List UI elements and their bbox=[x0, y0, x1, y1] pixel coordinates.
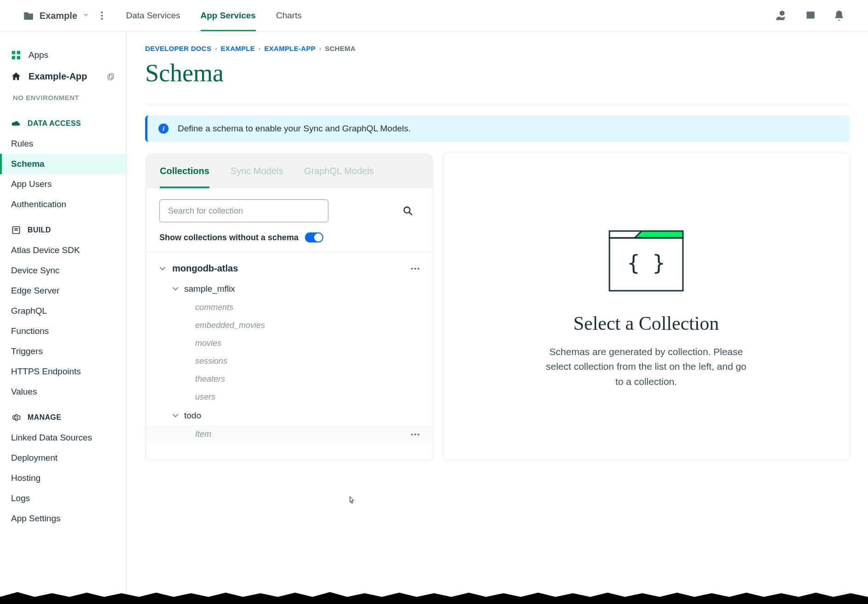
empty-state-text: Schemas are generated by collection. Ple… bbox=[545, 344, 747, 389]
cluster-name: mongodb-atlas bbox=[172, 263, 238, 274]
breadcrumb-developer-docs[interactable]: DEVELOPER DOCS bbox=[145, 45, 211, 52]
chevron-down-icon bbox=[172, 286, 179, 292]
collection-tree: mongodb-atlas sample_mflix comments embe… bbox=[146, 252, 433, 449]
sidebar-apps-label: Apps bbox=[28, 50, 48, 60]
tree-coll-sessions[interactable]: sessions bbox=[146, 352, 433, 370]
chevron-down-icon bbox=[172, 412, 179, 419]
sidebar-apps[interactable]: Apps bbox=[0, 45, 126, 66]
project-name: Example bbox=[39, 11, 77, 21]
svg-rect-8 bbox=[14, 230, 18, 231]
sidebar-item-triggers[interactable]: Triggers bbox=[0, 341, 126, 361]
breadcrumb-current: SCHEMA bbox=[325, 45, 355, 52]
topbar: Example Data Services App Services Chart… bbox=[0, 0, 868, 32]
tab-charts[interactable]: Charts bbox=[276, 0, 302, 31]
tree-cluster[interactable]: mongodb-atlas bbox=[146, 258, 433, 279]
folder-icon bbox=[24, 11, 34, 20]
sidebar-item-atlas-device-sdk[interactable]: Atlas Device SDK bbox=[0, 240, 126, 260]
sidebar-item-authentication[interactable]: Authentication bbox=[0, 194, 126, 215]
sidebar-item-edge-server[interactable]: Edge Server bbox=[0, 281, 126, 301]
svg-rect-0 bbox=[12, 51, 15, 54]
top-nav-tabs: Data Services App Services Charts bbox=[126, 0, 302, 31]
svg-line-10 bbox=[409, 212, 412, 215]
sidebar-item-app-settings[interactable]: App Settings bbox=[0, 508, 126, 529]
tree-coll-comments[interactable]: comments bbox=[146, 299, 433, 316]
db-name: sample_mflix bbox=[184, 284, 235, 294]
toggle-label: Show collections without a schema bbox=[159, 233, 299, 243]
build-icon bbox=[11, 226, 21, 235]
tab-collections[interactable]: Collections bbox=[160, 166, 209, 188]
db-name: todo bbox=[184, 411, 201, 421]
support-icon[interactable] bbox=[805, 10, 817, 22]
home-icon bbox=[11, 72, 21, 82]
search-box bbox=[159, 199, 419, 222]
sidebar-section-build: BUILD bbox=[0, 215, 126, 240]
breadcrumb-example[interactable]: EXAMPLE bbox=[221, 45, 255, 52]
chevron-down-icon bbox=[159, 265, 166, 272]
cloud-icon bbox=[11, 119, 21, 128]
breadcrumb-example-app[interactable]: EXAMPLE-APP bbox=[264, 45, 316, 52]
sidebar-item-linked-data-sources[interactable]: Linked Data Sources bbox=[0, 428, 126, 448]
schema-tabs: Collections Sync Models GraphQL Models bbox=[145, 153, 434, 188]
sidebar-item-https-endpoints[interactable]: HTTPS Endpoints bbox=[0, 361, 126, 382]
empty-state-illustration: { } bbox=[600, 224, 692, 298]
chevron-down-icon bbox=[83, 13, 89, 18]
project-selector[interactable]: Example bbox=[24, 11, 89, 21]
tree-coll-users[interactable]: users bbox=[146, 388, 433, 406]
tree-coll-embedded-movies[interactable]: embedded_movies bbox=[146, 316, 433, 334]
svg-rect-1 bbox=[17, 51, 20, 54]
info-banner-text: Define a schema to enable your Sync and … bbox=[178, 124, 411, 134]
tree-coll-theaters[interactable]: theaters bbox=[146, 370, 433, 388]
svg-rect-5 bbox=[108, 75, 112, 80]
tree-db-todo[interactable]: todo bbox=[146, 406, 433, 425]
svg-rect-3 bbox=[17, 56, 20, 59]
sidebar-item-graphql[interactable]: GraphQL bbox=[0, 301, 126, 321]
empty-state: { } Select a Collection Schemas are gene… bbox=[443, 153, 850, 460]
sidebar-item-functions[interactable]: Functions bbox=[0, 321, 126, 341]
sidebar: Apps Example-App NO ENVIRONMENT DATA ACC… bbox=[0, 32, 127, 604]
sidebar-item-device-sync[interactable]: Device Sync bbox=[0, 260, 126, 281]
sidebar-item-deployment[interactable]: Deployment bbox=[0, 448, 126, 468]
collections-panel: Show collections without a schema mongod… bbox=[145, 188, 434, 460]
sidebar-item-hosting[interactable]: Hosting bbox=[0, 468, 126, 488]
sidebar-item-values[interactable]: Values bbox=[0, 382, 126, 402]
show-collections-toggle[interactable] bbox=[305, 232, 323, 243]
divider bbox=[145, 104, 850, 104]
bell-icon[interactable] bbox=[833, 10, 845, 22]
project-kebab-menu[interactable] bbox=[98, 9, 106, 23]
cursor-pointer-icon bbox=[347, 496, 355, 507]
page-title: Schema bbox=[145, 59, 850, 87]
sidebar-item-logs[interactable]: Logs bbox=[0, 488, 126, 508]
sidebar-section-manage: MANAGE bbox=[0, 402, 126, 428]
sidebar-item-rules[interactable]: Rules bbox=[0, 134, 126, 154]
tab-app-services[interactable]: App Services bbox=[201, 0, 256, 31]
apps-icon bbox=[11, 50, 21, 60]
tab-sync-models[interactable]: Sync Models bbox=[231, 166, 283, 188]
sidebar-item-schema[interactable]: Schema bbox=[0, 154, 126, 174]
tab-graphql-models[interactable]: GraphQL Models bbox=[304, 166, 374, 188]
tree-db-sample-mflix[interactable]: sample_mflix bbox=[146, 279, 433, 299]
sidebar-env-label: NO ENVIRONMENT bbox=[0, 87, 126, 108]
cluster-menu[interactable] bbox=[411, 268, 419, 270]
info-banner: i Define a schema to enable your Sync an… bbox=[145, 115, 850, 142]
svg-rect-7 bbox=[14, 228, 18, 229]
tree-coll-movies[interactable]: movies bbox=[146, 334, 433, 352]
tab-data-services[interactable]: Data Services bbox=[126, 0, 180, 31]
app-name-label: Example-App bbox=[28, 71, 87, 82]
search-input[interactable] bbox=[159, 199, 328, 222]
breadcrumb-sep: › bbox=[215, 45, 217, 52]
main-content: DEVELOPER DOCS › EXAMPLE › EXAMPLE-APP ›… bbox=[127, 32, 868, 604]
gear-icon bbox=[11, 413, 21, 422]
svg-point-9 bbox=[404, 207, 410, 213]
svg-text:{ }: { } bbox=[627, 250, 665, 275]
sidebar-section-data-access: DATA ACCESS bbox=[0, 108, 126, 134]
svg-rect-2 bbox=[12, 56, 15, 59]
invite-user-icon[interactable] bbox=[776, 10, 788, 22]
svg-rect-4 bbox=[109, 73, 113, 79]
collection-menu[interactable] bbox=[411, 434, 419, 435]
copy-icon[interactable] bbox=[107, 73, 115, 81]
sidebar-app-title[interactable]: Example-App bbox=[0, 66, 126, 87]
sidebar-item-app-users[interactable]: App Users bbox=[0, 174, 126, 194]
tree-coll-item[interactable]: Item bbox=[146, 425, 433, 443]
breadcrumb: DEVELOPER DOCS › EXAMPLE › EXAMPLE-APP ›… bbox=[145, 45, 850, 52]
breadcrumb-sep: › bbox=[259, 45, 260, 52]
